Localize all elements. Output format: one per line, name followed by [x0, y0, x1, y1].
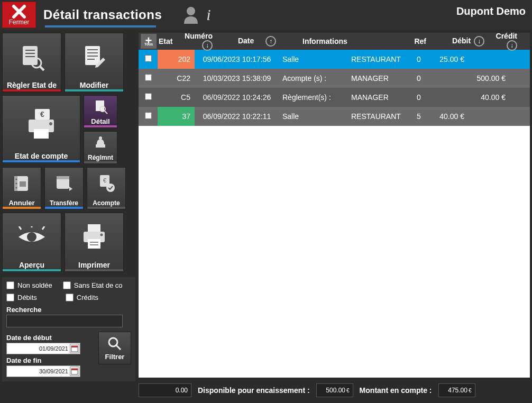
non-soldee-checkbox[interactable]: Non soldée — [6, 281, 52, 289]
calendar-icon[interactable] — [70, 367, 79, 376]
row-checkbox[interactable] — [139, 74, 158, 83]
col-etat[interactable]: Etat — [159, 37, 178, 45]
row-balance: 0 — [411, 55, 426, 63]
filtrer-button[interactable]: Filtrer — [98, 332, 131, 364]
regler-icon — [17, 43, 46, 71]
col-credit[interactable]: Crédit ↓ — [487, 32, 528, 51]
sort-down-icon[interactable]: ↓ — [507, 40, 517, 51]
reglement-label: Réglmnt — [88, 154, 113, 161]
montant-label: Montant en compte : — [360, 386, 432, 395]
row-numero: C5 — [158, 88, 195, 107]
svg-point-24 — [16, 182, 17, 184]
regler-label: Règler Etat de — [7, 81, 57, 89]
transfere-button[interactable]: Transfère — [44, 167, 84, 209]
search-icon — [107, 336, 123, 352]
table-row[interactable]: C506/09/2022 10:24:26Règlement(s) :MANAG… — [139, 88, 530, 107]
detail-button[interactable]: Détail — [84, 95, 117, 128]
svg-point-31 — [106, 184, 115, 192]
calendar-icon[interactable] — [70, 344, 79, 353]
print-euro-icon: € — [22, 105, 60, 143]
table-row[interactable]: C2210/03/2023 15:38:09Acompte (s) :MANAG… — [139, 69, 530, 88]
col-debit[interactable]: Débit ↓ — [446, 36, 487, 47]
row-date: 06/09/2022 10:24:26 — [195, 93, 279, 102]
annuler-button[interactable]: Annuler — [2, 167, 41, 209]
sans-etat-checkbox[interactable]: Sans Etat de co — [63, 281, 123, 289]
select-all-button[interactable]: + Tous — [141, 34, 157, 49]
credits-checkbox[interactable]: Crédits — [66, 294, 98, 301]
detail-icon — [93, 99, 108, 115]
info-icon[interactable]: i — [206, 6, 210, 24]
regler-etat-button[interactable]: Règler Etat de — [2, 33, 61, 92]
imprimer-button[interactable]: Imprimer — [65, 213, 124, 272]
eye-icon — [16, 226, 48, 248]
col-ref[interactable]: Ref — [368, 37, 432, 45]
footer-total: 0.00 — [139, 383, 191, 397]
row-info: Salle — [279, 55, 348, 63]
detail-label: Détail — [91, 117, 109, 125]
close-button[interactable]: Fermer — [2, 2, 36, 28]
transaction-table: + Tous Etat Numéro ↓ Date ↑ Informations… — [139, 33, 530, 378]
row-info: Acompte (s) : — [279, 74, 348, 83]
etat-compte-button[interactable]: € Etat de compte — [2, 95, 80, 163]
non-soldee-label: Non soldée — [17, 281, 52, 289]
credits-label: Crédits — [77, 294, 98, 301]
row-ref: MANAGER — [348, 74, 411, 83]
row-ref: RESTAURANT — [348, 112, 411, 121]
row-date: 10/03/2023 15:38:09 — [195, 74, 279, 83]
table-row[interactable]: 3706/09/2022 10:22:11SalleRESTAURANT540.… — [139, 107, 530, 126]
col-informations[interactable]: Informations — [299, 37, 368, 45]
svg-line-47 — [116, 345, 121, 350]
svg-rect-26 — [20, 181, 26, 187]
footer-bar: 0.00 Disponible pour encaissement : 500.… — [139, 382, 530, 399]
recherche-label: Recherche — [6, 306, 131, 314]
user-icon[interactable] — [183, 6, 199, 24]
date-fin-input[interactable] — [6, 365, 80, 377]
col-numero[interactable]: Numéro ↓ — [178, 32, 215, 51]
reglement-icon — [93, 135, 108, 151]
close-label: Fermer — [9, 19, 30, 26]
sort-down-icon[interactable]: ↓ — [202, 40, 213, 51]
table-body: 20209/06/2023 10:17:56SalleRESTAURANT025… — [139, 50, 530, 378]
svg-line-35 — [42, 226, 44, 230]
date-debut-input[interactable] — [6, 343, 80, 354]
reglement-button[interactable]: Réglmnt — [84, 131, 117, 164]
annuler-label: Annuler — [8, 199, 34, 207]
row-checkbox[interactable] — [139, 93, 158, 102]
disponible-value: 500.00€ — [316, 383, 353, 397]
svg-point-25 — [16, 187, 17, 188]
date-label: Date — [238, 36, 254, 45]
etat-label: Etat de compte — [15, 152, 68, 160]
row-checkbox[interactable] — [139, 55, 158, 63]
svg-line-19 — [105, 111, 107, 114]
svg-point-0 — [187, 7, 195, 15]
row-balance: 0 — [411, 74, 426, 83]
annuler-icon — [11, 173, 32, 194]
date-debut-label: Date de début — [6, 334, 94, 342]
col-date[interactable]: Date ↑ — [215, 36, 299, 47]
debits-checkbox[interactable]: Débits — [6, 294, 37, 301]
acompte-button[interactable]: € Acompte — [87, 167, 126, 209]
row-balance: 0 — [411, 93, 426, 102]
row-date: 06/09/2022 10:22:11 — [195, 112, 279, 121]
row-checkbox[interactable] — [139, 112, 158, 121]
svg-point-32 — [27, 232, 36, 242]
apercu-button[interactable]: Aperçu — [2, 213, 61, 272]
user-name: Dupont Demo — [456, 5, 526, 17]
table-row[interactable]: 20209/06/2023 10:17:56SalleRESTAURANT025… — [139, 50, 530, 69]
transfere-label: Transfère — [50, 199, 78, 207]
imprimer-label: Imprimer — [78, 261, 110, 269]
row-numero: 202 — [158, 50, 195, 69]
modifier-button[interactable]: Modifier — [65, 33, 124, 92]
sort-up-icon[interactable]: ↑ — [265, 36, 276, 47]
date-fin-label: Date de fin — [6, 356, 94, 364]
title-underline — [45, 25, 156, 28]
sort-down-icon[interactable]: ↓ — [474, 36, 484, 47]
search-input[interactable] — [6, 315, 123, 327]
row-info: Règlement(s) : — [279, 93, 348, 102]
svg-rect-28 — [57, 176, 69, 179]
page-title: Détail transactions — [43, 7, 162, 22]
row-ref: RESTAURANT — [348, 55, 411, 63]
row-debit: 40.00 € — [426, 112, 466, 121]
svg-text:€: € — [40, 110, 44, 118]
modifier-label: Modifier — [80, 81, 108, 89]
